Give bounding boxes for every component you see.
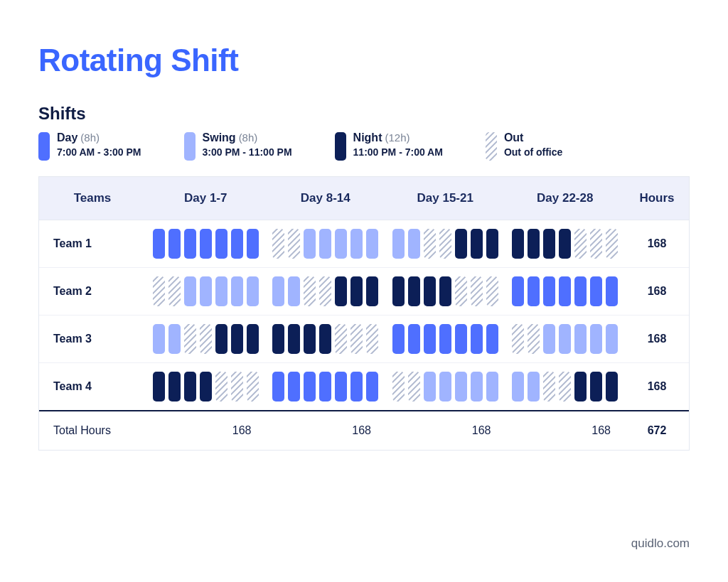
shift-pill-out: [272, 229, 284, 259]
table-row: Team 3168: [39, 316, 689, 363]
shift-pill-swing: [528, 372, 540, 402]
shift-pill-swing: [247, 276, 259, 306]
shift-pill-day: [200, 229, 212, 259]
shift-pill-day: [574, 276, 587, 306]
shift-pill-day: [528, 276, 540, 306]
legend-title: Shifts: [38, 104, 690, 124]
shift-pill-night: [408, 276, 420, 306]
shift-pill-out: [247, 372, 259, 402]
shift-pill-night: [350, 276, 363, 306]
legend-swatch-out: [486, 132, 497, 161]
legend-swatch-day: [38, 132, 50, 161]
week-cell: [266, 268, 386, 315]
week-cell: [266, 220, 386, 267]
shift-pill-swing: [366, 229, 378, 259]
col-week-3: Day 15-21: [385, 177, 505, 220]
shift-pill-swing: [231, 276, 243, 306]
shift-pill-swing: [543, 324, 555, 354]
legend-swatch-night: [335, 132, 346, 161]
shift-pill-day: [559, 276, 571, 306]
team-hours: 168: [625, 380, 689, 393]
shift-pill-night: [606, 372, 618, 402]
shift-pill-out: [392, 372, 405, 402]
week-cell: [505, 363, 626, 410]
shift-pill-day: [366, 372, 378, 402]
shift-pill-swing: [512, 372, 524, 402]
shift-pill-out: [350, 324, 363, 354]
legend-text-night: Night(12h)11:00 PM - 7:00 AM: [353, 131, 443, 159]
shift-pill-day: [304, 372, 316, 402]
week-cell: [146, 316, 266, 362]
shift-pill-swing: [424, 372, 436, 402]
table-row: Team 2168: [39, 268, 689, 316]
shift-pill-day: [455, 324, 467, 354]
shift-pill-out: [455, 276, 467, 306]
shift-pill-night: [319, 324, 331, 354]
schedule-header-row: Teams Day 1-7 Day 8-14 Day 15-21 Day 22-…: [39, 176, 689, 220]
shift-pill-out: [288, 229, 300, 259]
shift-pill-swing: [439, 372, 451, 402]
legend-section: Shifts Day(8h)7:00 AM - 3:00 PMSwing(8h)…: [38, 104, 690, 161]
shift-pill-swing: [455, 372, 467, 402]
schedule-footer-row: Total Hours 168 168 168 168 672: [39, 410, 689, 450]
shift-pill-out: [215, 372, 228, 402]
shift-pill-out: [606, 229, 618, 259]
shift-pill-out: [304, 276, 316, 306]
col-week-2: Day 8-14: [266, 177, 386, 220]
shift-pill-night: [304, 324, 316, 354]
shift-pill-swing: [590, 324, 602, 354]
legend-item-out: OutOut of office: [486, 131, 562, 161]
shift-pill-swing: [350, 229, 363, 259]
shift-pill-day: [590, 276, 602, 306]
week-cell: [385, 316, 505, 362]
col-week-4: Day 22-28: [505, 177, 626, 220]
shift-pill-swing: [288, 276, 300, 306]
shift-pill-day: [543, 276, 555, 306]
shift-pill-out: [200, 324, 212, 354]
schedule-table: Teams Day 1-7 Day 8-14 Day 15-21 Day 22-…: [38, 176, 690, 451]
legend-sub-night: 11:00 PM - 7:00 AM: [353, 146, 443, 159]
team-hours: 168: [625, 237, 689, 250]
shift-pill-day: [319, 372, 331, 402]
shift-pill-out: [408, 372, 420, 402]
team-label: Team 4: [39, 369, 146, 404]
shift-pill-out: [231, 372, 243, 402]
shift-pill-swing: [319, 229, 331, 259]
week-cell: [146, 363, 266, 410]
shift-pill-day: [350, 372, 363, 402]
shift-pill-night: [424, 276, 436, 306]
shift-pill-night: [272, 324, 284, 354]
shift-pill-night: [392, 276, 405, 306]
shift-pill-swing: [408, 229, 420, 259]
shift-pill-night: [559, 229, 571, 259]
week-cell: [385, 268, 505, 315]
col-hours: Hours: [625, 177, 689, 220]
shift-pill-night: [543, 229, 555, 259]
week-cell: [146, 268, 266, 315]
shift-pill-day: [335, 372, 347, 402]
legend-duration-night: (12h): [385, 131, 410, 144]
week-1-total: 168: [146, 411, 266, 450]
table-row: Team 1168: [39, 220, 689, 268]
shift-pill-night: [439, 276, 451, 306]
shift-pill-day: [424, 324, 436, 354]
shift-pill-day: [392, 324, 405, 354]
shift-pill-out: [366, 324, 378, 354]
shift-pill-swing: [153, 324, 165, 354]
shift-pill-day: [512, 276, 524, 306]
shift-pill-day: [439, 324, 451, 354]
shift-pill-swing: [272, 276, 284, 306]
shift-pill-swing: [200, 276, 212, 306]
shift-pill-night: [288, 324, 300, 354]
shift-pill-out: [153, 276, 165, 306]
shift-pill-night: [366, 276, 378, 306]
legend-text-out: OutOut of office: [504, 131, 562, 159]
shift-pill-out: [335, 324, 347, 354]
shift-pill-swing: [392, 229, 405, 259]
shift-pill-out: [319, 276, 331, 306]
week-cell: [146, 220, 266, 267]
shift-pill-night: [153, 372, 165, 402]
shift-pill-day: [471, 324, 483, 354]
shift-pill-night: [184, 372, 196, 402]
legend-name-out: Out: [504, 131, 524, 144]
